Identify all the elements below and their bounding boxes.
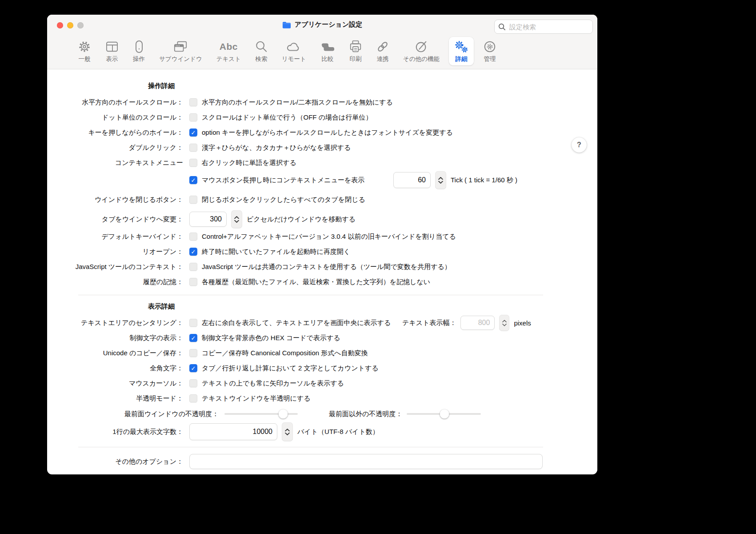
checkbox[interactable] bbox=[189, 196, 197, 204]
row-label: ウインドウを閉じるボタン： bbox=[47, 196, 183, 204]
search-icon bbox=[498, 23, 506, 31]
checkbox-checked[interactable] bbox=[189, 334, 197, 342]
chevron-down-icon bbox=[234, 220, 239, 223]
toolbar-label: 印刷 bbox=[349, 55, 361, 63]
settings-row: コンテキストメニュー 右クリック時に単語を選択する bbox=[47, 155, 597, 170]
checkbox[interactable] bbox=[189, 394, 197, 402]
text-width-input[interactable] bbox=[460, 316, 495, 330]
chevron-up-icon bbox=[438, 177, 443, 180]
section-divider bbox=[78, 447, 543, 447]
toolbar-label: テキスト bbox=[216, 55, 241, 63]
checkbox[interactable] bbox=[189, 379, 197, 387]
checkbox[interactable] bbox=[189, 159, 197, 167]
settings-row: Unicode のコピー／保存： コピー／保存時 Canonical Compo… bbox=[47, 345, 597, 361]
checkbox-text: Control+アルファベットキーにバージョン 3.0.4 以前の旧キーバインド… bbox=[202, 233, 456, 241]
row-label: その他のオプション： bbox=[47, 458, 183, 466]
checkbox-text: マウスボタン長押し時にコンテキストメニューを表示 bbox=[202, 176, 364, 185]
slider-thumb[interactable] bbox=[279, 410, 288, 419]
other-options-row: その他のオプション： bbox=[47, 448, 597, 474]
slider-thumb[interactable] bbox=[440, 410, 449, 419]
toolbar-item-manage[interactable]: 管理 bbox=[478, 37, 501, 65]
checkbox-checked[interactable] bbox=[189, 128, 197, 137]
compare-shape-icon bbox=[320, 40, 335, 54]
toolbar-label: 表示 bbox=[106, 55, 118, 63]
checkbox[interactable] bbox=[189, 349, 197, 357]
checkbox[interactable] bbox=[189, 113, 197, 121]
checkbox[interactable] bbox=[189, 319, 197, 327]
settings-search-input[interactable] bbox=[508, 23, 597, 31]
window-title: アプリケーション設定 bbox=[295, 20, 362, 29]
chevron-up-icon bbox=[234, 216, 239, 219]
row-label: テキストエリアのセンタリング： bbox=[47, 319, 183, 327]
folder-icon bbox=[282, 21, 291, 28]
section-title-display: 表示詳細 bbox=[47, 302, 597, 311]
max-chars-input[interactable] bbox=[189, 423, 277, 440]
checkbox[interactable] bbox=[189, 278, 197, 286]
settings-row: ドット単位のスクロール： スクロールはドット単位で行う（OFF の場合は行単位） bbox=[47, 110, 597, 125]
other-options-input[interactable] bbox=[189, 454, 543, 469]
toolbar-item-misc[interactable]: その他の機能 bbox=[398, 37, 444, 65]
settings-row: リオープン： 終了時に開いていたファイルを起動時に再度開く bbox=[47, 244, 597, 259]
settings-row: 制御文字の表示： 制御文字を背景赤色の HEX コードで表示する bbox=[47, 330, 597, 345]
checkbox-text: テキストウインドウを半透明にする bbox=[202, 394, 311, 403]
toolbar-item-text[interactable]: Abc テキスト bbox=[212, 37, 246, 65]
toolbar-item-compare[interactable]: 比較 bbox=[316, 37, 340, 65]
toolbar-label: 一般 bbox=[79, 55, 91, 63]
toolbar-item-integration[interactable]: 連携 bbox=[372, 37, 394, 65]
cloud-icon bbox=[286, 40, 301, 54]
checkbox-text: コピー／保存時 Canonical Composition 形式へ自動変換 bbox=[202, 349, 368, 357]
toolbar-item-general[interactable]: 一般 bbox=[73, 37, 96, 65]
settings-row: デフォルトキーバインド： Control+アルファベットキーにバージョン 3.0… bbox=[47, 229, 597, 244]
checkbox-checked[interactable] bbox=[189, 248, 197, 256]
text-width-suffix: pixels bbox=[514, 319, 531, 327]
checkbox[interactable] bbox=[189, 233, 197, 241]
toolbar-item-subwindow[interactable]: サブウインドウ bbox=[154, 37, 207, 65]
settings-row: マウスボタン長押し時にコンテキストメニューを表示 Tick ( 1 tick =… bbox=[47, 170, 597, 190]
front-opacity-slider[interactable] bbox=[224, 413, 298, 415]
row-label: コンテキストメニュー bbox=[47, 159, 183, 167]
move-pixels-stepper[interactable] bbox=[231, 210, 242, 228]
row-label: Unicode のコピー／保存： bbox=[47, 349, 183, 357]
checkbox-text: テキストの上でも常に矢印カーソルを表示する bbox=[202, 379, 344, 388]
checkbox-checked[interactable] bbox=[189, 364, 197, 372]
row-label: ドット単位のスクロール： bbox=[47, 113, 183, 122]
toolbar-item-search[interactable]: 検索 bbox=[250, 37, 272, 65]
toolbar-item-remote[interactable]: リモート bbox=[277, 37, 311, 65]
settings-search-field[interactable] bbox=[494, 20, 593, 34]
settings-row: 全角文字： タブ／行折り返し計算において 2 文字としてカウントする bbox=[47, 361, 597, 376]
checkbox[interactable] bbox=[189, 144, 197, 152]
magnifier-icon bbox=[255, 40, 268, 54]
toolbar-item-advanced-selected[interactable]: 詳細 bbox=[449, 37, 474, 65]
window-header: アプリケーション設定 一般 表示 bbox=[47, 15, 597, 69]
chevron-down-icon bbox=[502, 324, 507, 326]
toolbar-label: 管理 bbox=[484, 55, 496, 63]
subwindow-icon bbox=[173, 40, 188, 54]
tick-stepper[interactable] bbox=[435, 171, 446, 189]
checkbox[interactable] bbox=[189, 263, 197, 271]
front-opacity-label: 最前面ウインドウの不透明度： bbox=[47, 410, 219, 418]
text-abc-icon: Abc bbox=[220, 40, 238, 54]
double-gear-icon bbox=[454, 40, 469, 54]
move-pixels-suffix: ピクセルだけウインドウを移動する bbox=[247, 215, 356, 224]
toolbar-item-print[interactable]: 印刷 bbox=[344, 37, 367, 65]
settings-row: 水平方向のホイールスクロール： 水平方向のホイールスクロール/二本指スクロールを… bbox=[47, 95, 597, 110]
settings-row: タブをウインドウへ変更： ピクセルだけウインドウを移動する bbox=[47, 209, 597, 229]
toolbar-label: リモート bbox=[282, 55, 306, 63]
app-settings-window: アプリケーション設定 一般 表示 bbox=[47, 15, 597, 474]
row-label: マウスカーソル： bbox=[47, 379, 183, 388]
max-chars-stepper[interactable] bbox=[282, 422, 293, 441]
tick-suffix: Tick ( 1 tick = 1/60 秒 ) bbox=[451, 176, 517, 185]
checkbox[interactable] bbox=[189, 98, 197, 106]
tick-count-input[interactable] bbox=[393, 172, 431, 188]
max-chars-suffix: バイト（UTF-8 バイト数） bbox=[297, 428, 379, 436]
text-width-stepper[interactable] bbox=[499, 315, 509, 331]
other-opacity-slider[interactable] bbox=[407, 413, 481, 415]
toolbar-item-display[interactable]: 表示 bbox=[100, 37, 124, 65]
move-pixels-input[interactable] bbox=[189, 212, 227, 227]
toolbar-label: 操作 bbox=[133, 55, 145, 63]
toolbar-item-operation[interactable]: 操作 bbox=[128, 37, 150, 65]
checkbox-checked[interactable] bbox=[189, 176, 197, 184]
toolbar-label: 連携 bbox=[376, 55, 388, 63]
checkbox-text: 制御文字を背景赤色の HEX コードで表示する bbox=[202, 334, 340, 342]
row-label: ダブルクリック： bbox=[47, 144, 183, 152]
